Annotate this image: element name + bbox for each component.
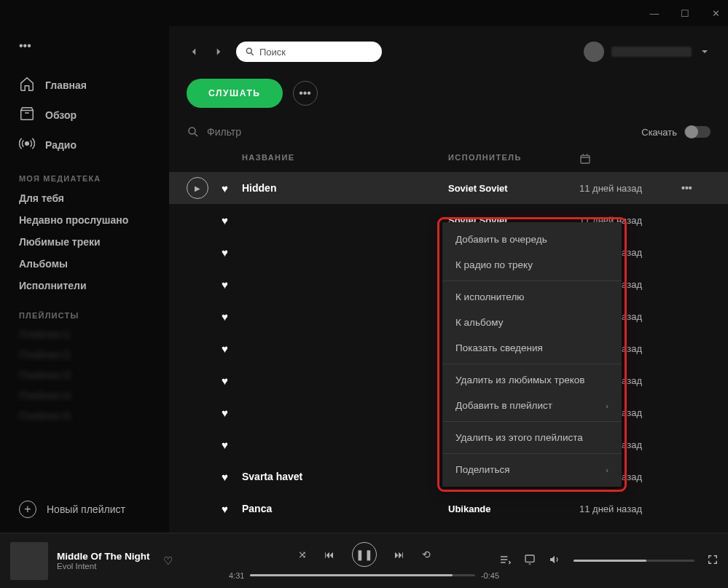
context-menu-item[interactable]: Удалить из любимых треков: [442, 367, 622, 393]
listen-button[interactable]: СЛУШАТЬ: [187, 79, 283, 108]
library-item[interactable]: Недавно прослушано: [9, 209, 163, 231]
library-section-title: МОЯ МЕДИАТЕКА: [19, 174, 153, 183]
track-date: 11 дней назад: [579, 503, 681, 514]
svg-point-2: [189, 128, 195, 134]
playlist-item[interactable]: Плейлист2: [9, 345, 163, 365]
track-artist[interactable]: Soviet Soviet: [448, 183, 579, 194]
playlist-item[interactable]: Плейлист5: [9, 406, 163, 426]
nav-label: Обзор: [45, 109, 77, 121]
svg-point-1: [246, 48, 251, 53]
context-menu-item[interactable]: К исполнителю: [442, 284, 622, 310]
now-playing-art[interactable]: [10, 542, 48, 580]
nav-item-browse[interactable]: Обзор: [9, 100, 163, 130]
context-menu-label: Удалить из этого плейлиста: [455, 432, 583, 443]
library-item[interactable]: Альбомы: [9, 253, 163, 275]
library-item[interactable]: Любимые треки: [9, 231, 163, 253]
column-title[interactable]: НАЗВАНИЕ: [242, 153, 448, 166]
play-pause-button[interactable]: ❚❚: [352, 542, 377, 567]
play-track-button[interactable]: ▶: [187, 177, 208, 199]
like-button[interactable]: ♡: [163, 554, 173, 568]
nav-forward-button[interactable]: [211, 44, 226, 59]
user-avatar[interactable]: [584, 42, 604, 62]
context-menu-separator: [442, 421, 622, 422]
progress-bar[interactable]: [250, 574, 475, 576]
playlist-item[interactable]: Плейлист4: [9, 385, 163, 406]
chevron-down-icon[interactable]: [699, 46, 711, 58]
context-menu-label: К исполнителю: [455, 291, 524, 302]
app-menu-icon[interactable]: •••: [19, 39, 36, 57]
queue-button[interactable]: [499, 554, 511, 568]
radio-icon: [19, 136, 35, 154]
track-title: Svarta havet: [242, 471, 448, 482]
main-content: Поиск СЛУШАТЬ ••• Фильтр Скачать НАЗВАНИ…: [169, 26, 728, 533]
heart-icon[interactable]: ♥: [222, 471, 242, 483]
context-menu-item[interactable]: Показать сведения: [442, 335, 622, 361]
context-menu-label: К альбому: [455, 317, 503, 328]
context-menu-label: Удалить из любимых треков: [455, 375, 584, 385]
playlists-section-title: ПЛЕЙЛИСТЫ: [19, 311, 153, 320]
fullscreen-button[interactable]: [708, 554, 718, 567]
nav-item-radio[interactable]: Радио: [9, 130, 163, 160]
context-menu-label: К радио по треку: [455, 259, 533, 270]
more-button[interactable]: •••: [293, 81, 318, 106]
now-playing-artist[interactable]: Evol Intent: [57, 562, 150, 571]
playlist-item[interactable]: Плейлист3: [9, 365, 163, 385]
column-date[interactable]: [579, 153, 681, 166]
minimize-button[interactable]: —: [648, 8, 661, 19]
context-menu-item[interactable]: К альбому: [442, 310, 622, 335]
context-menu-item[interactable]: Поделиться›: [442, 457, 622, 482]
new-playlist-button[interactable]: + Новый плейлист: [9, 495, 163, 524]
column-artist[interactable]: ИСПОЛНИТЕЛЬ: [448, 153, 579, 166]
heart-icon[interactable]: ♥: [222, 503, 242, 515]
context-menu-item[interactable]: К радио по треку: [442, 252, 622, 278]
previous-button[interactable]: ⏮: [324, 549, 334, 560]
close-button[interactable]: ✕: [709, 8, 722, 19]
chevron-right-icon: ›: [606, 466, 608, 474]
home-icon: [19, 76, 35, 94]
calendar-icon: [579, 153, 591, 165]
track-row[interactable]: ▶♥HiddenSoviet Soviet11 дней назад•••: [169, 172, 728, 204]
plus-icon: +: [19, 501, 36, 518]
volume-button[interactable]: [549, 554, 560, 568]
context-menu-item[interactable]: Добавить в плейлист›: [442, 393, 622, 418]
nav-back-button[interactable]: [187, 44, 201, 59]
repeat-button[interactable]: ⟲: [422, 549, 431, 560]
maximize-button[interactable]: ☐: [678, 8, 692, 19]
hero-actions: СЛУШАТЬ •••: [169, 67, 728, 121]
next-button[interactable]: ⏭: [394, 549, 404, 560]
filter-placeholder: Фильтр: [207, 126, 241, 138]
remaining-time: -0:45: [481, 571, 499, 580]
context-menu-label: Добавить в плейлист: [455, 400, 552, 411]
filter-input[interactable]: Фильтр: [187, 125, 634, 138]
now-playing-title[interactable]: Middle Of The Night: [57, 551, 150, 562]
search-input[interactable]: Поиск: [236, 42, 382, 62]
context-menu-item[interactable]: Добавить в очередь: [442, 227, 622, 252]
heart-icon[interactable]: ♥: [222, 278, 242, 291]
nav-item-home[interactable]: Главная: [9, 70, 163, 100]
track-more-button[interactable]: •••: [681, 182, 711, 194]
track-artist[interactable]: Ubikande: [448, 503, 579, 514]
heart-icon[interactable]: ♥: [222, 246, 242, 259]
heart-icon[interactable]: ♥: [222, 310, 242, 323]
volume-slider[interactable]: [574, 560, 694, 562]
heart-icon[interactable]: ♥: [222, 375, 242, 387]
heart-icon[interactable]: ♥: [222, 342, 242, 355]
library-item[interactable]: Для тебя: [9, 187, 163, 209]
playlist-item[interactable]: Плейлист1: [9, 324, 163, 345]
heart-icon[interactable]: ♥: [222, 407, 242, 419]
context-menu-item[interactable]: Удалить из этого плейлиста: [442, 425, 622, 450]
track-row[interactable]: ▶♥PancaUbikande11 дней назад•••: [169, 493, 728, 525]
heart-icon[interactable]: ♥: [222, 439, 242, 451]
library-item[interactable]: Исполнители: [9, 275, 163, 297]
topbar: Поиск: [169, 36, 728, 67]
new-playlist-label: Новый плейлист: [47, 503, 125, 515]
shuffle-button[interactable]: ⤨: [298, 549, 307, 560]
search-placeholder: Поиск: [259, 47, 286, 58]
username[interactable]: [611, 47, 692, 57]
devices-button[interactable]: [524, 554, 536, 568]
svg-rect-3: [581, 155, 590, 163]
context-menu-separator: [442, 364, 622, 364]
heart-icon[interactable]: ♥: [222, 214, 242, 227]
download-toggle[interactable]: [684, 126, 711, 138]
heart-icon[interactable]: ♥: [222, 182, 242, 195]
